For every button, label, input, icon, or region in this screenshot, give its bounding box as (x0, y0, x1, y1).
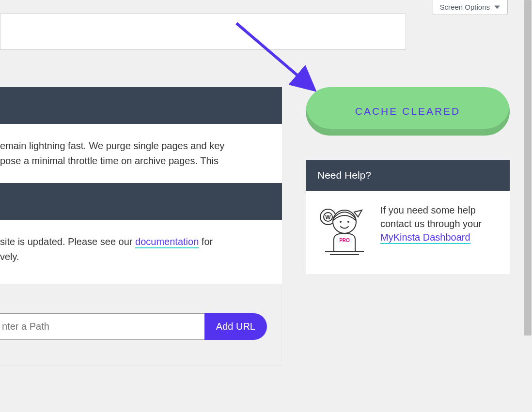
help-panel: Need Help? W PRO If you need some help c… (306, 160, 510, 274)
body-text-2a: site is updated. Please see our (0, 236, 135, 247)
svg-point-6 (347, 221, 349, 223)
body-text-1b: pose a minimal throttle time on archive … (0, 155, 219, 166)
section-header-1 (0, 87, 282, 124)
svg-point-5 (340, 221, 342, 223)
mykinsta-dashboard-link[interactable]: MyKinsta Dashboard (380, 232, 470, 244)
body-text-2b: for (199, 236, 213, 247)
svg-text:W: W (325, 214, 331, 221)
vertical-scrollbar-thumb[interactable] (524, 0, 532, 336)
path-input[interactable] (0, 313, 204, 340)
main-settings-panel: emain lightning fast. We purge single pa… (0, 87, 282, 366)
svg-text:PRO: PRO (339, 238, 350, 243)
body-text-1a: emain lightning fast. We purge single pa… (0, 140, 224, 151)
documentation-link[interactable]: documentation (135, 236, 199, 248)
add-url-button[interactable]: Add URL (204, 313, 267, 340)
section-body-1: emain lightning fast. We purge single pa… (0, 124, 282, 183)
screen-options-label: Screen Options (440, 3, 490, 11)
screen-options-button[interactable]: Screen Options (433, 0, 508, 15)
support-illustration: W PRO (316, 203, 369, 257)
notice-banner (0, 14, 406, 50)
help-panel-body: W PRO If you need some help contact us t… (306, 191, 510, 274)
help-text: If you need some help contact us through… (380, 203, 499, 244)
vertical-scrollbar-track[interactable] (523, 0, 532, 412)
url-input-row: Add URL (0, 313, 267, 340)
url-input-section: Add URL (0, 284, 282, 366)
help-text-body: If you need some help contact us through… (380, 205, 482, 229)
chevron-down-icon (494, 4, 501, 11)
body-text-2c: vely. (0, 251, 19, 262)
section-body-2: site is updated. Please see our document… (0, 220, 282, 279)
help-panel-header: Need Help? (306, 160, 510, 191)
cache-cleared-label: CACHE CLEARED (355, 106, 461, 117)
cache-cleared-button[interactable]: CACHE CLEARED (306, 87, 510, 136)
section-header-2 (0, 183, 282, 220)
